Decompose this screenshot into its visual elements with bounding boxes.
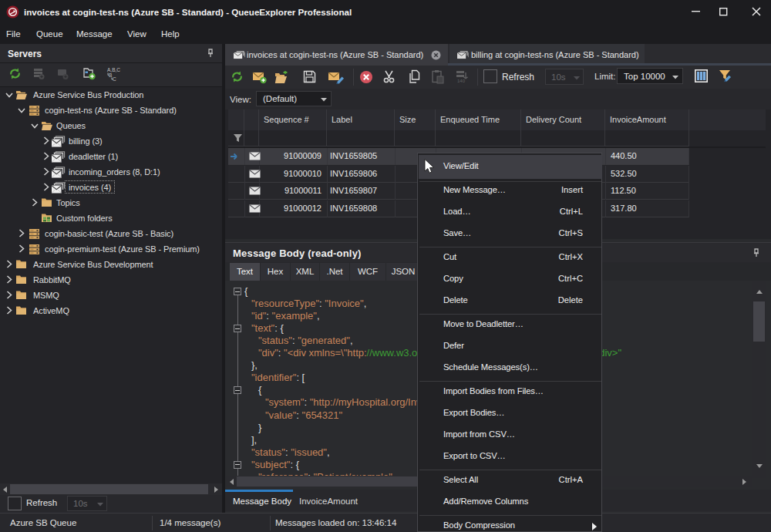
svg-text:B: B — [109, 72, 112, 78]
svg-text:C: C — [113, 76, 116, 82]
svg-text:140: 140 — [457, 79, 466, 83]
